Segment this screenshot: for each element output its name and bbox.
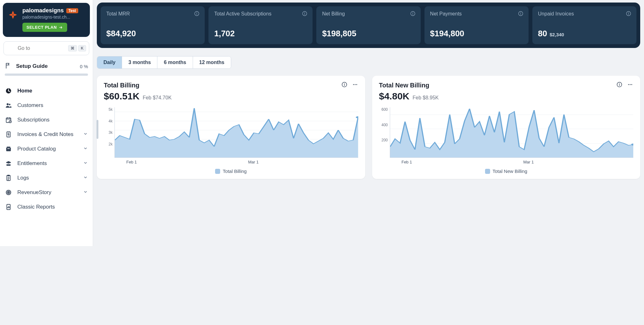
info-icon[interactable]: [302, 11, 307, 18]
info-icon[interactable]: [518, 11, 524, 18]
svg-rect-12: [8, 175, 9, 176]
nav-item-classic-reports[interactable]: Classic Reports: [3, 200, 90, 214]
kpi-value: $84,920: [106, 29, 136, 38]
legend-label: Total Billing: [223, 168, 247, 174]
chart-card: Total Billing $60.51K Feb $74.70K5k4k3k2…: [97, 76, 365, 179]
search-box[interactable]: ⌘ K: [3, 41, 89, 55]
svg-point-30: [628, 12, 629, 13]
kpi-value: $198,805: [322, 29, 356, 38]
kpi-card[interactable]: Unpaid Invoices 80 $2,340: [532, 6, 636, 44]
svg-point-4: [9, 104, 10, 105]
kpi-card[interactable]: Total Active Subscriptions 1,702: [208, 6, 313, 44]
nav-item-invoices-credit-notes[interactable]: Invoices & Credit Notes: [3, 127, 90, 141]
svg-point-37: [356, 84, 357, 85]
chart-legend: Total Billing: [104, 168, 358, 174]
svg-point-43: [630, 84, 631, 85]
flag-icon: [5, 62, 12, 70]
nav-item-entitlements[interactable]: Entitlements: [3, 157, 90, 170]
nav-item-product-catalog[interactable]: Product Catalog: [3, 142, 90, 156]
nav-item-logs[interactable]: Logs: [3, 171, 90, 185]
revenuestory-icon: [5, 189, 12, 196]
nav-item-label: Customers: [17, 102, 43, 109]
kpi-value: 1,702: [214, 29, 235, 38]
x-tick: Feb 1: [126, 160, 137, 164]
x-axis: Feb 1Mar 1: [379, 158, 634, 165]
y-tick: 2k: [104, 142, 113, 146]
period-tab-12-months[interactable]: 12 months: [193, 56, 231, 68]
svg-point-38: [356, 116, 358, 118]
period-tab-6-months[interactable]: 6 months: [157, 56, 193, 68]
org-name: palomadesigns: [22, 7, 64, 14]
svg-rect-10: [7, 148, 9, 149]
nav-item-customers[interactable]: Customers: [3, 98, 90, 112]
svg-rect-19: [196, 13, 197, 15]
info-icon[interactable]: [341, 81, 348, 89]
svg-point-21: [305, 12, 305, 13]
chevron-down-icon: [83, 131, 88, 138]
nav-item-revenuestory[interactable]: RevenueStory: [3, 186, 90, 199]
nav-item-label: Invoices & Credit Notes: [17, 131, 73, 138]
org-env-badge: Test: [66, 8, 78, 13]
svg-rect-25: [413, 13, 413, 15]
subscriptions-icon: [5, 116, 12, 124]
select-plan-button[interactable]: SELECT PLAN: [22, 23, 67, 32]
chevron-down-icon: [83, 189, 88, 196]
home-icon: [5, 87, 12, 95]
kpi-card[interactable]: Net Billing $198,805: [316, 6, 420, 44]
setup-guide-link[interactable]: Setup Guide 0 %: [5, 62, 88, 70]
period-tab-3-months[interactable]: 3 months: [122, 56, 157, 68]
setup-guide-percent: 0 %: [80, 64, 88, 69]
chart-value: $60.51K: [104, 91, 139, 102]
kbd-k: K: [78, 45, 86, 51]
kpi-label: Total MRR: [106, 11, 130, 17]
svg-point-18: [196, 12, 197, 13]
logs-icon: [5, 174, 12, 182]
nav-item-subscriptions[interactable]: Subscriptions: [3, 113, 90, 127]
info-icon[interactable]: [194, 11, 200, 18]
nav-item-label: Product Catalog: [17, 146, 56, 152]
y-tick: 200: [379, 138, 388, 142]
legend-swatch: [485, 169, 490, 174]
nav-item-label: Subscriptions: [17, 117, 50, 123]
info-icon[interactable]: [626, 11, 631, 18]
plot-area: [114, 107, 358, 158]
y-tick: 400: [379, 123, 388, 127]
kpi-label: Net Billing: [322, 11, 345, 17]
legend-swatch: [215, 169, 220, 174]
setup-progress-bar: [5, 74, 88, 76]
kpi-card[interactable]: Total MRR $84,920: [101, 6, 205, 44]
svg-point-27: [520, 12, 521, 13]
chart-cards: Total Billing $60.51K Feb $74.70K5k4k3k2…: [97, 76, 640, 179]
chart-subvalue: Feb $74.70K: [143, 95, 172, 101]
setup-guide-label: Setup Guide: [16, 63, 76, 69]
nav-item-label: Logs: [17, 175, 29, 181]
x-tick: Feb 1: [401, 160, 412, 164]
chart-card: Total New Billing $4.80K Feb $8.95K60040…: [372, 76, 641, 179]
org-card[interactable]: palomadesigns Test palomadesigns-test.ch…: [3, 3, 90, 37]
info-icon[interactable]: [616, 81, 623, 89]
legend-label: Total New Billing: [493, 168, 527, 174]
period-tab-daily[interactable]: Daily: [97, 56, 122, 68]
chart-title: Total New Billing: [379, 82, 617, 89]
more-icon[interactable]: [352, 81, 358, 89]
y-tick: 4k: [104, 119, 113, 123]
kpi-card[interactable]: Net Payments $194,800: [424, 6, 529, 44]
scrollbar-thumb[interactable]: [97, 120, 98, 139]
svg-point-33: [344, 83, 345, 84]
y-tick: 600: [379, 107, 388, 112]
product-catalog-icon: [5, 145, 12, 153]
kpi-value: 80: [538, 29, 547, 38]
kpi-value: $194,800: [430, 29, 464, 38]
nav-item-home[interactable]: Home: [3, 84, 90, 98]
classic-reports-icon: [5, 203, 12, 211]
chevron-down-icon: [83, 160, 88, 167]
main: Total MRR $84,920 Total Active Subscript…: [93, 0, 644, 246]
svg-rect-9: [7, 147, 10, 148]
chart-plot[interactable]: 600400200: [379, 107, 634, 158]
x-tick: Mar 1: [523, 160, 534, 164]
info-icon[interactable]: [410, 11, 416, 18]
chart-value: $4.80K: [379, 91, 410, 102]
svg-point-36: [354, 84, 355, 85]
more-icon[interactable]: [627, 81, 633, 89]
chart-plot[interactable]: 5k4k3k2k: [104, 107, 358, 158]
